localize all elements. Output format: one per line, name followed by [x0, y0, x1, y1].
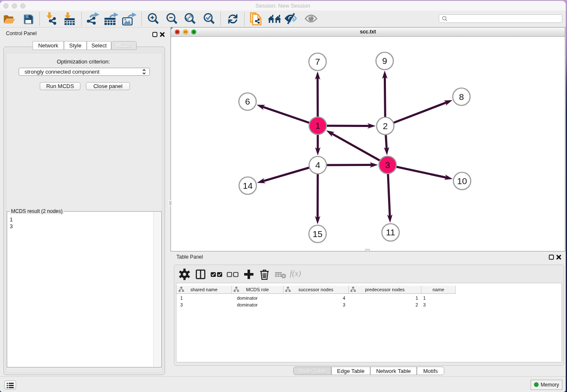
svg-text:9: 9 [382, 56, 387, 66]
svg-text:1: 1 [315, 121, 320, 130]
svg-text:14: 14 [243, 181, 253, 190]
svg-text:15: 15 [313, 229, 322, 239]
svg-text:3: 3 [385, 160, 390, 170]
svg-text:11: 11 [386, 227, 395, 237]
svg-text:10: 10 [457, 176, 467, 186]
svg-text:6: 6 [245, 97, 250, 106]
svg-text:2: 2 [383, 121, 388, 131]
svg-text:8: 8 [459, 92, 464, 102]
svg-text:4: 4 [315, 160, 320, 170]
svg-text:7: 7 [315, 57, 320, 66]
